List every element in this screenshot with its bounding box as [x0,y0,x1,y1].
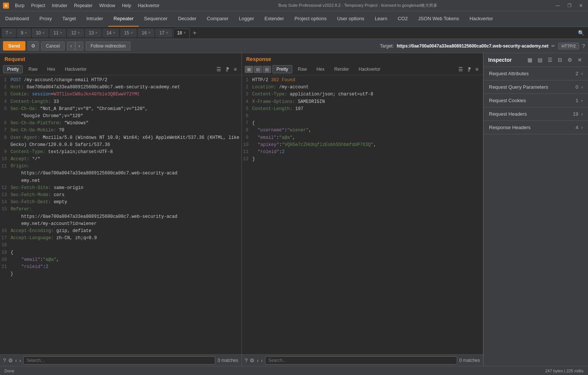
tab-close-15[interactable]: × [130,31,133,35]
settings-button[interactable]: ⚙ [28,41,39,51]
request-tab-raw[interactable]: Raw [24,65,41,73]
tab-search[interactable]: 🔍 [574,30,588,36]
nav-item-logger[interactable]: Logger [234,11,259,27]
resp-view-1[interactable]: ▦ [245,66,253,73]
inspector-section-request-query-parameters[interactable]: Request Query Parameters0› [484,80,588,94]
nav-item-comparer[interactable]: Comparer [201,11,234,27]
response-icon-1[interactable]: ☰ [457,65,465,73]
inspector-section-request-attributes[interactable]: Request Attributes2› [484,67,588,80]
tab-13[interactable]: 13× [85,28,102,37]
nav-item-intruder[interactable]: Intruder [81,11,108,27]
tab-close-17[interactable]: × [166,31,168,35]
nav-item-extender[interactable]: Extender [259,11,289,27]
request-icon-1[interactable]: ☰ [215,65,223,73]
tab-close-7[interactable]: × [10,31,12,35]
prev-button[interactable]: ‹ [67,42,75,51]
nav-item-user-options[interactable]: User options [332,11,370,27]
request-line: 21 "roleid":2 [0,263,241,271]
request-tab-pretty[interactable]: Pretty [3,65,23,73]
tab-label: 16 [142,30,147,36]
response-help-icon[interactable]: ? [245,357,248,363]
minimize-button[interactable]: — [553,2,562,9]
tab-18[interactable]: 18× [173,28,190,37]
inspector-section-label: Response Headers [489,125,576,130]
inspector-icon-1[interactable]: ▦ [526,56,534,64]
tab-close-13[interactable]: × [95,31,98,35]
request-help-icon[interactable]: ? [3,357,6,363]
request-next-match[interactable]: › [19,357,21,363]
response-icon-2[interactable]: ⁋ [466,65,472,73]
resp-view-3[interactable]: ▧ [263,66,271,73]
response-next-match[interactable]: › [261,357,263,363]
tab-11[interactable]: 11× [49,28,66,37]
request-icon-3[interactable]: ≡ [232,65,238,73]
tab-17[interactable]: 17× [155,28,172,37]
nav-item-co2[interactable]: CO2 [392,11,413,27]
nav-item-project-options[interactable]: Project options [289,11,332,27]
next-button[interactable]: › [75,42,83,51]
nav-item-sequencer[interactable]: Sequencer [139,11,173,27]
tab-add-button[interactable]: + [191,30,198,36]
maximize-button[interactable]: ❐ [565,2,574,9]
response-tab-pretty[interactable]: Pretty [273,65,292,73]
inspector-section-request-cookies[interactable]: Request Cookies1› [484,94,588,107]
help-icon[interactable]: ? [582,43,585,49]
inspector-close-icon[interactable]: ✕ [576,56,584,64]
tab-close-11[interactable]: × [60,31,62,35]
cancel-button[interactable]: Cancel [41,42,65,51]
request-tab-hackvertor[interactable]: Hackvertor [61,65,91,73]
request-search-input[interactable] [23,356,215,365]
tab-15[interactable]: 15× [120,28,137,37]
titlebar-menu-hackvertor[interactable]: Hackvertor [135,2,163,9]
nav-item-hackvertor[interactable]: Hackvertor [464,11,498,27]
nav-item-repeater[interactable]: Repeater [108,11,139,27]
inspector-settings-icon[interactable]: ⚙ [566,56,574,64]
response-settings-icon[interactable]: ⚙ [250,357,255,363]
titlebar-menu-repeater[interactable]: Repeater [71,2,95,9]
inspector-section-response-headers[interactable]: Response Headers4› [484,121,588,134]
tab-close-16[interactable]: × [148,31,151,35]
response-tab-hex[interactable]: Hex [313,65,329,73]
response-icon-3[interactable]: ≡ [474,65,480,73]
tab-close-14[interactable]: × [113,31,115,35]
tab-close-12[interactable]: × [78,31,80,35]
response-tab-render[interactable]: Render [330,65,353,73]
target-link-icon[interactable]: ✏ [551,43,555,49]
nav-item-dashboard[interactable]: Dashboard [0,11,34,27]
response-prev-match[interactable]: ‹ [257,357,259,363]
tab-close-18[interactable]: × [184,31,186,35]
response-tab-raw[interactable]: Raw [294,65,311,73]
nav-item-proxy[interactable]: Proxy [34,11,57,27]
nav-item-learn[interactable]: Learn [370,11,392,27]
request-prev-match[interactable]: ‹ [15,357,17,363]
inspector-split-icon[interactable]: ⊟ [556,56,564,64]
inspector-align-icon[interactable]: ☰ [546,56,554,64]
nav-item-decoder[interactable]: Decoder [173,11,201,27]
tab-7[interactable]: 7× [1,28,16,37]
tab-14[interactable]: 14× [102,28,119,37]
request-tab-hex[interactable]: Hex [43,65,59,73]
titlebar-menu-burp[interactable]: Burp [12,2,27,9]
send-button[interactable]: Send [3,41,25,51]
tab-close-9[interactable]: × [25,31,27,35]
resp-view-2[interactable]: ▤ [254,66,262,73]
inspector-icon-2[interactable]: ▤ [536,56,544,64]
close-button[interactable]: ✕ [577,2,585,9]
tab-10[interactable]: 10× [32,28,49,37]
tab-12[interactable]: 12× [67,28,84,37]
tab-9[interactable]: 9× [17,28,31,37]
titlebar-menu-window[interactable]: Window [96,2,118,9]
nav-item-target[interactable]: Target [57,11,81,27]
inspector-section-request-headers[interactable]: Request Headers19› [484,107,588,121]
titlebar-menu-intruder[interactable]: Intruder [49,2,70,9]
nav-item-json-web-tokens[interactable]: JSON Web Tokens [413,11,464,27]
follow-redirection-button[interactable]: Follow redirection [86,42,130,51]
titlebar-menu-project[interactable]: Project [28,2,48,9]
response-tab-hackvertor[interactable]: Hackvertor [355,65,385,73]
response-search-input[interactable] [265,356,457,365]
request-settings-icon[interactable]: ⚙ [8,357,13,363]
request-icon-2[interactable]: ⁋ [224,65,231,73]
tab-16[interactable]: 16× [138,28,154,37]
titlebar-menu-help[interactable]: Help [119,2,134,9]
tab-close-10[interactable]: × [42,31,44,35]
